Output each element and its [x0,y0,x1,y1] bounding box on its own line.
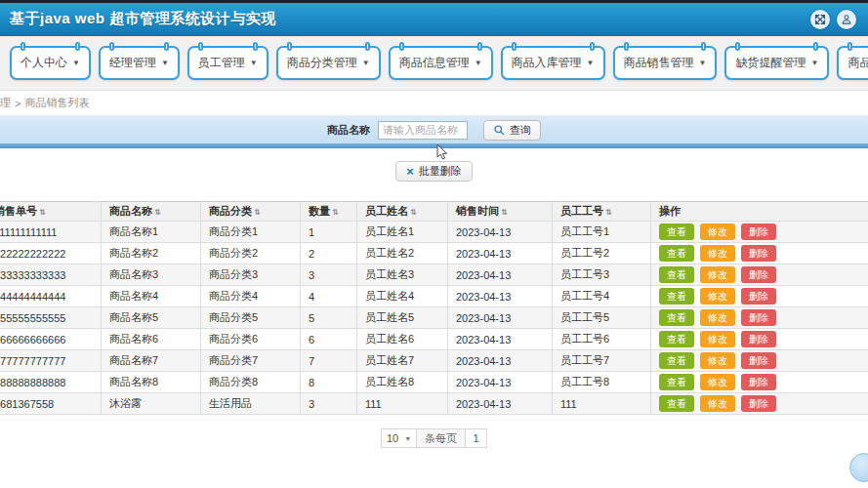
cell-category: 商品分类8 [201,372,301,393]
column-header[interactable]: 商品名称⇅ [102,202,201,222]
cell-sale_no: 888888888888 [0,372,102,393]
view-button[interactable]: 查看 [659,352,694,369]
edit-button[interactable]: 修改 [700,266,735,283]
delete-button[interactable]: 删除 [741,374,776,390]
edit-button[interactable]: 修改 [700,374,735,390]
cell-quantity: 3 [301,264,357,286]
search-button[interactable]: 查询 [483,120,541,141]
cell-sale_date: 2023-04-13 [448,264,553,286]
pin-decoration [735,42,740,51]
breadcrumb-trail[interactable]: 理 [0,96,11,110]
cell-actions: 查看修改删除 [651,307,868,329]
cell-sale_no: 333333333333 [0,264,102,286]
view-button[interactable]: 查看 [659,395,694,412]
cell-quantity: 1 [301,222,357,243]
current-page-button[interactable]: 1 [466,428,487,448]
table-row: 888888888888商品名称8商品分类88员工姓名82023-04-13员工… [0,372,868,393]
cell-sale_date: 2023-04-13 [448,286,553,307]
delete-button[interactable]: 删除 [741,288,776,305]
page-size-select[interactable]: 10 ▼ [381,428,417,448]
column-header[interactable]: 员工姓名⇅ [357,202,448,222]
column-header[interactable]: 员工工号⇅ [553,202,651,222]
main-nav: 个人中心▼经理管理▼员工管理▼商品分类管理▼商品信息管理▼商品入库管理▼商品销售… [0,36,868,91]
column-header[interactable]: 商品分类⇅ [201,202,301,222]
cell-sale_no: 555555555555 [0,307,102,329]
nav-item-label: 商品信息管理 [399,55,470,71]
view-button[interactable]: 查看 [659,288,694,305]
search-icon [493,124,506,137]
edit-button[interactable]: 修改 [700,352,735,369]
cell-employee_no: 员工工号4 [553,286,651,307]
nav-item-4[interactable]: 商品信息管理▼ [389,46,493,80]
user-button[interactable] [837,10,856,29]
delete-button[interactable]: 删除 [741,266,776,283]
nav-item-1[interactable]: 经理管理▼ [99,46,180,80]
sort-icon: ⇅ [501,208,508,217]
nav-item-5[interactable]: 商品入库管理▼ [501,46,605,80]
cell-quantity: 5 [301,307,357,329]
view-button[interactable]: 查看 [659,331,694,347]
nav-item-6[interactable]: 商品销售管理▼ [613,46,718,80]
view-button[interactable]: 查看 [659,374,694,390]
delete-button[interactable]: 删除 [741,309,776,326]
view-button[interactable]: 查看 [659,266,694,283]
cell-actions: 查看修改删除 [651,329,868,350]
cell-employee_name: 员工姓名1 [357,222,448,243]
app-header: 基于java web 超市管理系统设计与实现 [0,3,868,36]
cell-employee_no: 员工工号1 [553,222,651,243]
pin-decoration [253,42,258,51]
delete-button[interactable]: 删除 [741,395,776,412]
cell-category: 商品分类1 [201,222,301,243]
edit-button[interactable]: 修改 [700,224,735,240]
delete-button[interactable]: 删除 [741,224,776,240]
page-title: 基于java web 超市管理系统设计与实现 [10,10,276,28]
column-header[interactable]: 销售时间⇅ [448,202,553,222]
band-divider [0,143,868,148]
delete-button[interactable]: 删除 [741,331,776,347]
search-input[interactable] [378,121,468,140]
column-header-label: 操作 [659,205,681,217]
fullscreen-button[interactable] [810,10,830,29]
cell-product_name: 商品名称5 [102,307,201,329]
edit-button[interactable]: 修改 [700,331,735,347]
edit-button[interactable]: 修改 [700,245,735,262]
batch-delete-button[interactable]: × 批量删除 [395,161,473,182]
cell-employee_no: 员工工号3 [553,264,651,286]
cell-quantity: 8 [301,372,357,393]
edit-button[interactable]: 修改 [700,309,735,326]
cell-sale_date: 2023-04-13 [448,350,553,372]
cell-product_name: 商品名称1 [102,222,201,243]
sort-icon: ⇅ [39,208,46,217]
cell-quantity: 6 [301,329,357,350]
sort-icon: ⇅ [332,208,339,217]
table-row: 111111111111商品名称1商品分类11员工姓名12023-04-13员工… [0,222,868,243]
view-button[interactable]: 查看 [659,245,694,262]
nav-item-2[interactable]: 员工管理▼ [187,46,269,80]
delete-button[interactable]: 删除 [741,245,776,262]
sales-table: 销售单号⇅商品名称⇅商品分类⇅数量⇅员工姓名⇅销售时间⇅员工工号⇅操作 1111… [0,201,868,415]
chevron-down-icon: ▼ [362,59,370,67]
view-button[interactable]: 查看 [659,309,694,326]
edit-button[interactable]: 修改 [700,395,735,412]
cell-category: 商品分类3 [201,264,301,286]
pin-decoration [477,42,482,51]
nav-item-3[interactable]: 商品分类管理▼ [276,46,381,80]
cell-category: 商品分类6 [201,329,301,350]
floating-widget-button[interactable] [849,453,868,482]
nav-item-7[interactable]: 缺货提醒管理▼ [724,46,829,80]
pin-decoration [21,42,25,51]
cell-product_name: 商品名称2 [102,243,201,264]
edit-button[interactable]: 修改 [700,288,735,305]
pin-decoration [701,42,706,51]
column-header[interactable]: 数量⇅ [301,202,357,222]
cell-sale_no: 444444444444 [0,286,102,307]
pin-decoration [198,42,203,51]
column-header[interactable]: 销售单号⇅ [0,202,102,222]
cell-actions: 查看修改删除 [651,243,868,264]
nav-item-8[interactable]: 商品收银管理▼ [837,46,868,80]
nav-item-label: 商品收银管理 [847,55,868,71]
cell-employee_name: 员工姓名4 [357,286,448,307]
view-button[interactable]: 查看 [659,224,694,240]
delete-button[interactable]: 删除 [741,352,776,369]
nav-item-0[interactable]: 个人中心▼ [10,46,91,80]
